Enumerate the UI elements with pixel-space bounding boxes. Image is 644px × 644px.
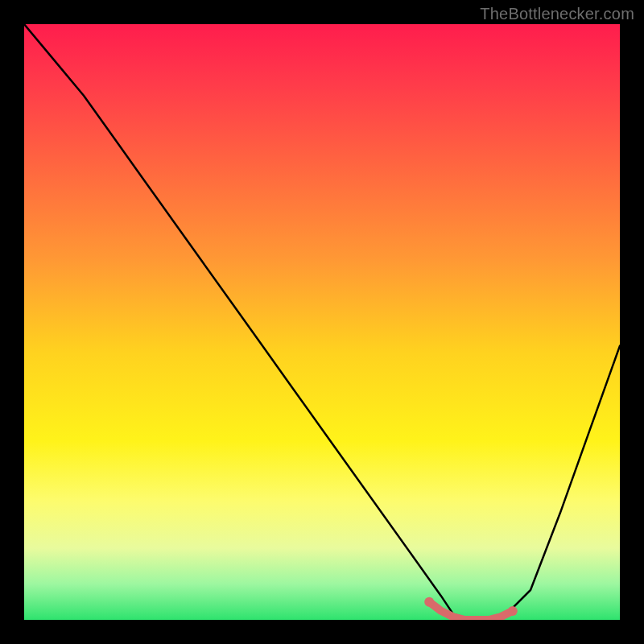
watermark-label: TheBottlenecker.com	[480, 5, 634, 23]
chart-frame: TheBottlenecker.com	[0, 0, 644, 644]
plot-area	[24, 24, 620, 620]
highlight-segment	[429, 602, 513, 620]
highlight-start-dot	[424, 597, 434, 607]
highlight-end-dot	[508, 606, 518, 616]
bottleneck-curve	[24, 24, 620, 620]
chart-svg	[24, 24, 620, 620]
